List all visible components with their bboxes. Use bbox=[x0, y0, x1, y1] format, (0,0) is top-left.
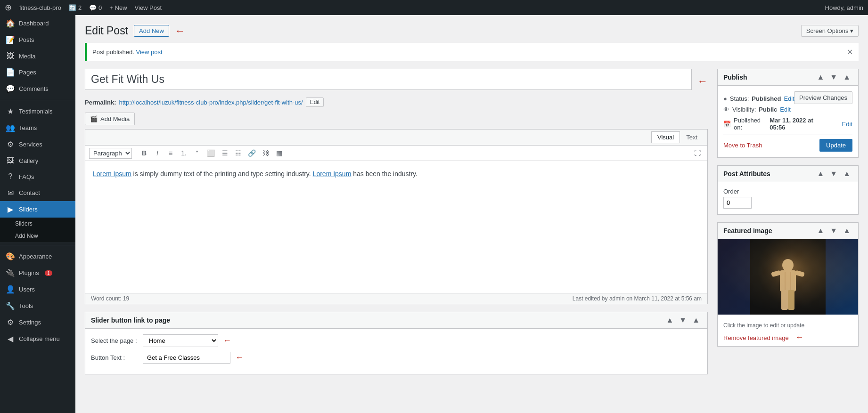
slider-metabox-toggle[interactable]: ▲ bbox=[690, 316, 702, 324]
table-button[interactable]: ▦ bbox=[273, 147, 285, 159]
lorem-ipsum-link-1[interactable]: Lorem Ipsum bbox=[93, 170, 131, 178]
ul-button[interactable]: ≡ bbox=[164, 147, 177, 159]
sidebar-subitem-sliders-add[interactable]: Add New bbox=[0, 230, 75, 242]
sidebar-item-faqs[interactable]: ? FAQs bbox=[0, 169, 75, 185]
posts-icon: 📝 bbox=[6, 35, 15, 44]
fullscreen-button[interactable]: ⛶ bbox=[691, 147, 704, 159]
unlink-button[interactable]: ⛓ bbox=[260, 147, 272, 159]
wp-logo-icon[interactable]: ⊕ bbox=[5, 2, 12, 13]
featured-image-collapse-down[interactable]: ▼ bbox=[828, 227, 839, 235]
order-input[interactable] bbox=[723, 197, 752, 209]
sidebar-item-sliders[interactable]: ▶ Sliders bbox=[0, 201, 75, 218]
publish-collapse-up[interactable]: ▲ bbox=[815, 73, 826, 81]
publish-collapse-down[interactable]: ▼ bbox=[828, 73, 839, 81]
status-edit-link[interactable]: Edit bbox=[784, 95, 794, 102]
sidebar-item-tools[interactable]: 🔧 Tools bbox=[0, 298, 75, 314]
tools-icon: 🔧 bbox=[6, 301, 15, 310]
tab-visual[interactable]: Visual bbox=[651, 131, 680, 143]
lorem-ipsum-link-2[interactable]: Lorem Ipsum bbox=[313, 170, 352, 178]
services-icon: ⚙ bbox=[6, 140, 15, 149]
permalink-url[interactable]: http://localhost/luzuk/fitness-club-pro/… bbox=[119, 99, 303, 106]
publish-metabox: Publish ▲ ▼ ▲ Preview Changes ● Status: … bbox=[717, 69, 859, 158]
sidebar-item-comments[interactable]: 💬 Comments bbox=[0, 81, 75, 97]
published-edit-link[interactable]: Edit bbox=[842, 121, 852, 128]
screen-options-button[interactable]: Screen Options ▾ bbox=[801, 25, 859, 37]
link-button[interactable]: 🔗 bbox=[245, 147, 259, 159]
view-post-link[interactable]: View Post bbox=[135, 4, 162, 11]
attributes-collapse-up[interactable]: ▲ bbox=[815, 170, 826, 178]
sidebar-item-posts[interactable]: 📝 Posts bbox=[0, 32, 75, 48]
ol-button[interactable]: 1. bbox=[178, 147, 190, 159]
sidebar-item-plugins[interactable]: 🔌 Plugins 1 bbox=[0, 265, 75, 281]
visibility-edit-link[interactable]: Edit bbox=[780, 106, 790, 113]
comments-count[interactable]: 💬 0 bbox=[89, 4, 102, 11]
attributes-collapse-down[interactable]: ▼ bbox=[828, 170, 839, 178]
publish-footer: Move to Trash Update bbox=[723, 135, 852, 152]
align-right-button[interactable]: ☷ bbox=[232, 147, 244, 159]
post-attributes-header[interactable]: Post Attributes ▲ ▼ ▲ bbox=[718, 166, 858, 182]
add-new-link[interactable]: + New bbox=[109, 4, 127, 11]
slider-metabox-collapse-up[interactable]: ▲ bbox=[664, 316, 675, 324]
sidebar-item-gallery[interactable]: 🖼 Gallery bbox=[0, 153, 75, 169]
preview-changes-button[interactable]: Preview Changes bbox=[794, 91, 852, 104]
sidebar-item-teams[interactable]: 👥 Teams bbox=[0, 120, 75, 136]
sidebar-item-appearance[interactable]: 🎨 Appearance bbox=[0, 248, 75, 265]
post-title-input[interactable] bbox=[85, 69, 692, 90]
revisions-count[interactable]: 🔄 2 bbox=[69, 4, 82, 11]
sidebar-item-settings[interactable]: ⚙ Settings bbox=[0, 314, 75, 331]
sidebar-item-testimonials[interactable]: ★ Testimonials bbox=[0, 103, 75, 120]
featured-image-header[interactable]: Featured image ▲ ▼ ▲ bbox=[718, 223, 858, 239]
svg-rect-8 bbox=[781, 290, 788, 310]
status-row: ● Status: Published Edit bbox=[723, 95, 794, 102]
sidebar-item-services[interactable]: ⚙ Services bbox=[0, 136, 75, 153]
editor-tabs: Visual Text bbox=[651, 131, 704, 143]
published-on-label: Published on: bbox=[734, 117, 767, 131]
notice-dismiss-button[interactable]: ✕ bbox=[847, 48, 853, 57]
status-value: Published bbox=[752, 95, 781, 102]
permalink-row: Permalink: http://localhost/luzuk/fitnes… bbox=[85, 97, 708, 107]
sidebar-divider bbox=[0, 100, 75, 100]
sidebar-item-dashboard[interactable]: 🏠 Dashboard bbox=[0, 15, 75, 32]
blockquote-button[interactable]: " bbox=[191, 147, 203, 159]
featured-image-canvas[interactable] bbox=[718, 239, 858, 315]
site-name[interactable]: fitness-club-pro bbox=[19, 4, 61, 11]
svg-rect-9 bbox=[788, 290, 794, 310]
remove-featured-image-link[interactable]: Remove featured image bbox=[723, 334, 789, 341]
view-post-notice-link[interactable]: View post bbox=[136, 49, 163, 56]
sidebar-item-contact[interactable]: ✉ Contact bbox=[0, 185, 75, 201]
align-center-button[interactable]: ☰ bbox=[219, 147, 231, 159]
collapse-icon: ◀ bbox=[6, 334, 15, 343]
italic-button[interactable]: I bbox=[151, 147, 164, 159]
page-header-left: Edit Post Add New ← bbox=[85, 24, 185, 37]
sidebar: 🏠 Dashboard 📝 Posts 🖼 Media 📄 Pages 💬 Co… bbox=[0, 15, 75, 413]
publish-toggle[interactable]: ▲ bbox=[841, 73, 852, 81]
sidebar-subitem-sliders-list[interactable]: Sliders bbox=[0, 218, 75, 230]
select-page-dropdown[interactable]: Home About Services Contact bbox=[143, 334, 218, 347]
featured-image-info: Click the image to edit or update Remove… bbox=[718, 315, 858, 346]
permalink-edit-button[interactable]: Edit bbox=[306, 97, 324, 107]
align-left-button[interactable]: ⬜ bbox=[204, 147, 218, 159]
sidebar-item-media[interactable]: 🖼 Media bbox=[0, 48, 75, 64]
editor-content[interactable]: Lorem Ipsum is simply dummy text of the … bbox=[85, 161, 707, 293]
slider-metabox-header[interactable]: Slider button link to page ▲ ▼ ▲ bbox=[85, 312, 707, 329]
sidebar-collapse-menu[interactable]: ◀ Collapse menu bbox=[0, 331, 75, 347]
sliders-icon: ▶ bbox=[6, 205, 15, 214]
sidebar-item-users[interactable]: 👤 Users bbox=[0, 281, 75, 298]
button-text-input[interactable] bbox=[143, 352, 230, 364]
bold-button[interactable]: B bbox=[138, 147, 150, 159]
publish-metabox-header[interactable]: Publish ▲ ▼ ▲ bbox=[718, 69, 858, 86]
slider-metabox-body: Select the page : Home About Services Co… bbox=[85, 329, 707, 374]
attributes-toggle[interactable]: ▲ bbox=[841, 170, 852, 178]
update-button[interactable]: Update bbox=[819, 139, 852, 152]
add-media-button[interactable]: 🎬 Add Media bbox=[85, 113, 135, 125]
paragraph-select[interactable]: Paragraph bbox=[89, 148, 132, 159]
editor-text: Lorem Ipsum is simply dummy text of the … bbox=[93, 169, 700, 179]
featured-image-toggle[interactable]: ▲ bbox=[841, 227, 852, 235]
add-new-button[interactable]: Add New bbox=[134, 25, 169, 37]
slider-metabox-collapse-down[interactable]: ▼ bbox=[677, 316, 688, 324]
sidebar-item-pages[interactable]: 📄 Pages bbox=[0, 64, 75, 81]
admin-bar: ⊕ fitness-club-pro 🔄 2 💬 0 + New View Po… bbox=[0, 0, 868, 15]
move-to-trash-link[interactable]: Move to Trash bbox=[723, 142, 762, 149]
featured-image-collapse-up[interactable]: ▲ bbox=[815, 227, 826, 235]
tab-text[interactable]: Text bbox=[680, 131, 704, 143]
